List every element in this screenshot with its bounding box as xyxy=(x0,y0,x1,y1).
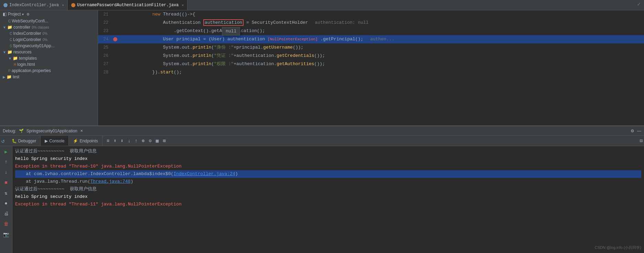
tree-item-templates[interactable]: ▼ 📁 templates xyxy=(0,55,98,61)
code-line-23: 23 .getContext().getAuthentication(); nu… xyxy=(98,27,644,35)
debug-tab-debugger[interactable]: 🐛 Debugger xyxy=(8,136,41,146)
tree-item-resources[interactable]: ▼ 📁 resources xyxy=(0,49,98,55)
resume-btn[interactable]: ▶ xyxy=(2,148,10,156)
delete-btn[interactable]: 🗑 xyxy=(2,220,10,228)
link-thread[interactable]: Thread.java:748 xyxy=(90,179,130,184)
file-icon-html: H xyxy=(14,63,16,67)
code-container[interactable]: 21 new Thread(()->{ 22 Authentication au… xyxy=(98,10,644,125)
line-num-25: 25 xyxy=(98,45,112,50)
debug-left-controls: ↺ xyxy=(1,138,8,144)
null-tooltip: null xyxy=(222,27,240,36)
toolbar-split-icon[interactable]: ⊞ xyxy=(161,137,167,144)
main-area: ◧ Project ▾ ⚙ C WebSecurityConfi... ▼ 📁 … xyxy=(0,10,644,125)
tree-item-index[interactable]: C IndexController 0% xyxy=(0,30,98,37)
debug-tab-endpoints-icon: ⚡ xyxy=(73,139,78,143)
gutter-24 xyxy=(112,37,119,41)
line-content-25: System.out.println("身份 :"+principal.getU… xyxy=(119,43,644,52)
debug-app-close[interactable]: ✕ xyxy=(80,129,83,133)
debug-tab-endpoints-label: Endpoints xyxy=(79,139,98,143)
breakpoint-icon[interactable] xyxy=(113,37,117,41)
link-indexcontroller[interactable]: IndexController.java:24 xyxy=(173,171,235,176)
line-num-22: 22 xyxy=(98,20,112,25)
tree-item-websecurity[interactable]: C WebSecurityConfi... xyxy=(0,18,98,24)
debug-toolbar-right: ⊡ xyxy=(638,137,644,144)
line-content-24: User principal = (User) authentication [… xyxy=(119,35,644,43)
line-num-27: 27 xyxy=(98,62,112,67)
console-line-8: Exception in thread "Thread-11" java.lan… xyxy=(15,201,641,208)
console-output[interactable]: 认证通过后~~~~~~~~~~ 获取用户信息 hello Spring secu… xyxy=(12,146,644,253)
tabs-bar: IndexController.java ✕ UsernamePasswordA… xyxy=(0,0,644,10)
code-line-24: 24 User principal = (User) authenticatio… xyxy=(98,35,644,43)
tree-label-test: test xyxy=(13,74,19,79)
file-icon-spring: S xyxy=(10,44,12,48)
folder-arrow-resources: ▼ xyxy=(3,50,6,54)
toolbar-down-icon[interactable]: ⬇ xyxy=(119,137,125,144)
debug-tab-debugger-icon: 🐛 xyxy=(12,139,17,143)
tree-item-login[interactable]: C LoginController 0% xyxy=(0,37,98,43)
restart-icon[interactable]: ↺ xyxy=(1,138,5,144)
sidebar-header: ◧ Project ▾ ⚙ xyxy=(0,10,98,18)
console-line-4[interactable]: at com.lvhao.controller.IndexController.… xyxy=(15,170,641,178)
sidebar-dropdown-icon[interactable]: ▾ xyxy=(22,12,24,16)
run-cursor-btn[interactable]: ● xyxy=(2,199,10,208)
tree-item-login-html[interactable]: H login.html xyxy=(0,61,98,68)
console-line-2: hello Spring security index xyxy=(15,155,641,163)
tab-auth-filter[interactable]: UsernamePasswordAuthenticationFilter.jav… xyxy=(68,0,187,10)
tab-label-index: IndexController.java xyxy=(9,3,59,8)
folder-arrow-controller: ▼ xyxy=(3,26,6,29)
toolbar-up2-icon[interactable]: ↑ xyxy=(133,138,139,144)
toolbar-layout-icon[interactable]: ⊡ xyxy=(638,137,644,144)
toolbar-stop-icon[interactable]: ⊗ xyxy=(140,137,146,144)
sidebar-title: Project xyxy=(8,12,21,17)
toolbar-skip-icon[interactable]: ⊙ xyxy=(147,137,153,144)
tree-item-spring-app[interactable]: S Springsecurity01App... xyxy=(0,43,98,49)
badge-index: 0% xyxy=(43,32,47,36)
debug-tab-console-label: Console xyxy=(49,139,64,143)
hint-auth-null: authentication: null xyxy=(315,20,368,25)
camera-btn[interactable]: 📷 xyxy=(2,230,10,239)
line-content-23: .getContext().getAuthentication(); xyxy=(119,27,644,35)
sidebar-settings-icon[interactable]: ⚙ xyxy=(26,12,30,16)
tree-item-controller[interactable]: ▼ 📁 controller 0% classes xyxy=(0,24,98,30)
debug-main-content: ▶ ↑ ↓ ■ ⇅ ● 🖨 🗑 📷 认证通过后~~~~~~~~~~ 获取用户信息… xyxy=(0,146,644,253)
tab-index-controller[interactable]: IndexController.java ✕ xyxy=(0,0,68,10)
debug-tab-console[interactable]: ▶ Console xyxy=(41,136,69,146)
code-lines: 21 new Thread(()->{ 22 Authentication au… xyxy=(98,10,644,77)
tab-close-auth[interactable]: ✕ xyxy=(182,3,184,7)
step-into-btn[interactable]: ⇅ xyxy=(2,189,10,197)
step-over-up-btn[interactable]: ↑ xyxy=(2,158,10,166)
tab-label-auth: UsernamePasswordAuthenticationFilter.jav… xyxy=(77,3,179,8)
toolbar-lines-icon[interactable]: ≡ xyxy=(105,138,111,144)
debug-minimize-icon[interactable]: — xyxy=(637,129,641,133)
line-content-21: new Thread(()->{ xyxy=(119,10,644,19)
debug-settings-icon[interactable]: ⚙ xyxy=(631,129,634,133)
line-num-24: 24 xyxy=(98,37,112,42)
folder-arrow-test: ▶ xyxy=(3,75,6,79)
tree-item-test[interactable]: ▶ 📁 test xyxy=(0,74,98,80)
toolbar-down2-icon[interactable]: ↓ xyxy=(126,138,132,144)
folder-icon-test: 📁 xyxy=(7,74,12,79)
sidebar: ◧ Project ▾ ⚙ C WebSecurityConfi... ▼ 📁 … xyxy=(0,10,98,125)
toolbar-up-icon[interactable]: ⬆ xyxy=(112,137,118,144)
line-content-26: System.out.println("凭证 :"+authentication… xyxy=(119,52,644,60)
debug-tab-debugger-label: Debugger xyxy=(18,139,36,143)
line-num-28: 28 xyxy=(98,70,112,75)
code-line-25: 25 System.out.println("身份 :"+principal.g… xyxy=(98,43,644,52)
console-line-5: at java.lang.Thread.run(Thread.java:748) xyxy=(15,178,641,185)
code-line-21: 21 new Thread(()->{ xyxy=(98,10,644,19)
tree-label-index: IndexController xyxy=(13,31,41,36)
line-num-21: 21 xyxy=(98,12,112,17)
project-icon: ◧ xyxy=(3,12,7,17)
print-btn[interactable]: 🖨 xyxy=(2,210,10,218)
stop-btn[interactable]: ■ xyxy=(2,179,10,187)
debug-header: Debug: 🌱 Springsecurity01Application ✕ ⚙… xyxy=(0,126,644,136)
debug-tab-endpoints[interactable]: ⚡ Endpoints xyxy=(69,136,102,146)
line-num-23: 23 xyxy=(98,29,112,33)
folder-arrow-templates: ▼ xyxy=(8,57,12,60)
toolbar-table-icon[interactable]: ▦ xyxy=(154,137,160,144)
code-line-28: 28 }).start(); xyxy=(98,68,644,77)
step-over-down-btn[interactable]: ↓ xyxy=(2,168,10,176)
tab-icon-orange xyxy=(71,3,75,7)
tab-close-index[interactable]: ✕ xyxy=(62,3,64,7)
tree-item-app-props[interactable]: P application.properties xyxy=(0,68,98,74)
